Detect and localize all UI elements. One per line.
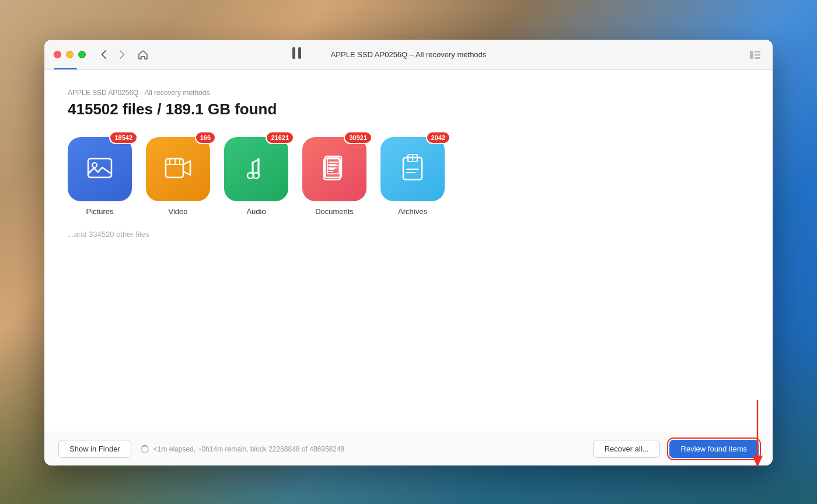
pictures-icon-wrap: 18542 (68, 137, 132, 201)
video-icon (163, 153, 193, 186)
categories-grid: 18542 Pictures 166 (68, 137, 749, 216)
show-in-finder-button[interactable]: Show in Finder (58, 440, 131, 458)
breadcrumb: APPLE SSD AP0256Q - All recovery methods (68, 89, 749, 97)
svg-rect-20 (324, 159, 340, 180)
other-files-text: ...and 334520 other files (68, 230, 749, 239)
documents-icon (319, 153, 350, 186)
pictures-badge: 18542 (109, 131, 138, 144)
svg-rect-5 (298, 47, 301, 59)
review-found-items-button[interactable]: Review found items (669, 440, 759, 458)
bottombar: Show in Finder <1m elapsed, ~0h14m remai… (44, 432, 773, 466)
titlebar: APPLE SSD AP0256Q – All recovery methods (44, 40, 773, 70)
recover-all-button[interactable]: Recover all... (593, 440, 660, 458)
arrow-annotation (746, 400, 769, 470)
window-title: APPLE SSD AP0256Q – All recovery methods (331, 50, 487, 59)
spinner-icon (141, 445, 149, 453)
svg-rect-4 (292, 47, 295, 59)
documents-badge: 30921 (344, 131, 372, 144)
svg-marker-30 (752, 456, 763, 467)
minimize-button[interactable] (66, 51, 74, 58)
audio-icon-wrap: 21621 (224, 137, 288, 201)
status-area: <1m elapsed, ~0h14m remain, block 222688… (141, 445, 584, 453)
archives-label: Archives (398, 207, 427, 216)
archives-badge: 2042 (426, 131, 451, 144)
pictures-label: Pictures (86, 207, 114, 216)
maximize-button[interactable] (78, 51, 86, 58)
svg-rect-3 (755, 57, 760, 59)
main-content: APPLE SSD AP0256Q - All recovery methods… (44, 70, 773, 432)
titlebar-right (747, 47, 763, 63)
svg-rect-1 (755, 51, 760, 52)
audio-icon (241, 153, 271, 186)
page-title: 415502 files / 189.1 GB found (68, 100, 749, 118)
sidebar-toggle-button[interactable] (747, 47, 763, 63)
category-video[interactable]: 166 Video (146, 137, 210, 216)
category-audio[interactable]: 21621 Audio (224, 137, 288, 216)
active-indicator (54, 68, 77, 69)
close-button[interactable] (54, 51, 61, 58)
status-text: <1m elapsed, ~0h14m remain, block 222688… (153, 445, 345, 453)
svg-rect-0 (750, 51, 753, 59)
documents-icon-wrap: 30921 (302, 137, 366, 201)
pause-button[interactable] (292, 47, 302, 62)
audio-badge: 21621 (266, 131, 294, 144)
category-pictures[interactable]: 18542 Pictures (68, 137, 132, 216)
category-archives[interactable]: 2042 Archives (380, 137, 445, 216)
pictures-icon (85, 153, 115, 186)
documents-label: Documents (315, 207, 354, 216)
traffic-lights (54, 51, 86, 58)
video-badge: 166 (195, 131, 216, 144)
svg-point-7 (92, 163, 97, 167)
video-icon-wrap: 166 (146, 137, 210, 201)
svg-rect-6 (88, 159, 111, 177)
back-button[interactable] (95, 47, 111, 63)
svg-rect-2 (755, 54, 760, 55)
forward-button[interactable] (114, 47, 130, 63)
audio-label: Audio (246, 207, 266, 216)
video-label: Video (168, 207, 187, 216)
category-documents[interactable]: 30921 (302, 137, 366, 216)
nav-buttons (95, 47, 130, 63)
home-button[interactable] (135, 47, 151, 63)
archives-icon (397, 153, 428, 186)
app-window: APPLE SSD AP0256Q – All recovery methods… (44, 40, 773, 466)
archives-icon-wrap: 2042 (380, 137, 445, 201)
